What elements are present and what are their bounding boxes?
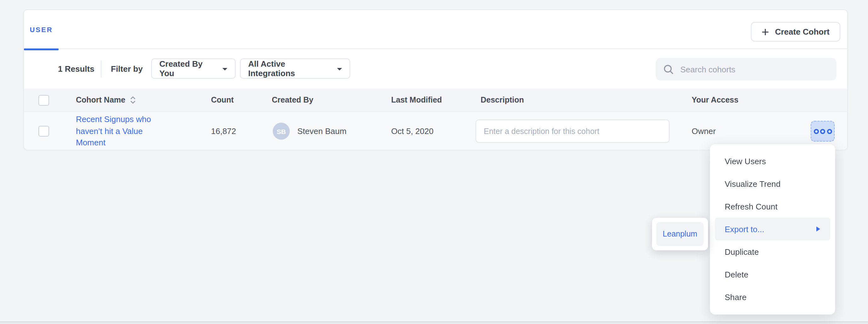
filter-bar: 1 Results Filter by Created By You All A…	[24, 49, 847, 89]
tab-user-label: USER	[30, 26, 53, 33]
menu-item-duplicate[interactable]: Duplicate	[710, 240, 835, 263]
select-all-checkbox[interactable]	[38, 95, 49, 106]
more-dots-icon	[827, 129, 832, 134]
create-cohort-label: Create Cohort	[775, 27, 830, 36]
menu-item-visualize-trend[interactable]: Visualize Trend	[710, 172, 835, 195]
avatar: SB	[273, 123, 290, 140]
window-bottom-edge	[0, 322, 868, 324]
plus-icon	[762, 28, 769, 36]
divider	[101, 61, 101, 77]
row-checkbox[interactable]	[38, 126, 49, 137]
submenu-arrow-icon	[816, 226, 820, 231]
menu-item-view-users[interactable]: View Users	[710, 150, 835, 172]
integrations-dropdown[interactable]: All Active Integrations	[240, 59, 350, 79]
column-header-created-by: Created By	[272, 89, 313, 111]
table-header: Cohort Name Count Created By Last Modifi…	[24, 89, 847, 111]
filter-by-label: Filter by	[111, 49, 143, 89]
menu-item-refresh-count[interactable]: Refresh Count	[710, 195, 835, 218]
tab-user[interactable]: USER	[24, 10, 59, 49]
column-header-your-access: Your Access	[692, 89, 739, 111]
more-dots-icon	[820, 129, 825, 134]
more-actions-button[interactable]	[811, 121, 835, 142]
column-header-label: Cohort Name	[76, 96, 125, 104]
tab-bar: USER Create Cohort	[24, 10, 847, 49]
last-modified-date: Oct 5, 2020	[391, 112, 433, 150]
column-header-last-modified: Last Modified	[391, 89, 442, 111]
description-input[interactable]	[475, 119, 670, 143]
cohorts-page: USER Create Cohort 1 Results Filter by C…	[0, 0, 868, 324]
chevron-down-icon	[222, 68, 227, 70]
integrations-dropdown-value: All Active Integrations	[248, 59, 331, 78]
create-cohort-button[interactable]: Create Cohort	[751, 22, 840, 41]
search-box	[656, 58, 837, 80]
submenu-item-leanplum[interactable]: Leanplum	[656, 222, 704, 246]
chevron-down-icon	[337, 68, 342, 70]
context-menu: View Users Visualize Trend Refresh Count…	[710, 144, 835, 314]
created-by-name: Steven Baum	[297, 112, 346, 150]
column-header-cohort-name[interactable]: Cohort Name	[76, 89, 136, 111]
cohort-count: 16,872	[211, 112, 236, 150]
menu-item-delete[interactable]: Delete	[710, 263, 835, 286]
created-by-dropdown-value: Created By You	[159, 59, 217, 78]
menu-item-share[interactable]: Share	[710, 286, 835, 308]
column-header-description: Description	[480, 89, 524, 111]
cohorts-panel: USER Create Cohort 1 Results Filter by C…	[23, 9, 848, 150]
column-header-count: Count	[211, 89, 234, 111]
results-count: 1 Results	[58, 49, 94, 89]
menu-item-export-to-label: Export to...	[725, 224, 764, 234]
sort-icon[interactable]	[130, 96, 136, 104]
export-submenu: Leanplum	[652, 218, 708, 250]
menu-item-export-to[interactable]: Export to...	[715, 218, 830, 240]
created-by-dropdown[interactable]: Created By You	[151, 59, 236, 79]
cohort-name-link[interactable]: Recent Signups who haven’t hit a Value M…	[76, 114, 159, 149]
search-icon	[663, 64, 674, 75]
more-dots-icon	[813, 129, 818, 134]
search-input[interactable]	[680, 65, 829, 74]
